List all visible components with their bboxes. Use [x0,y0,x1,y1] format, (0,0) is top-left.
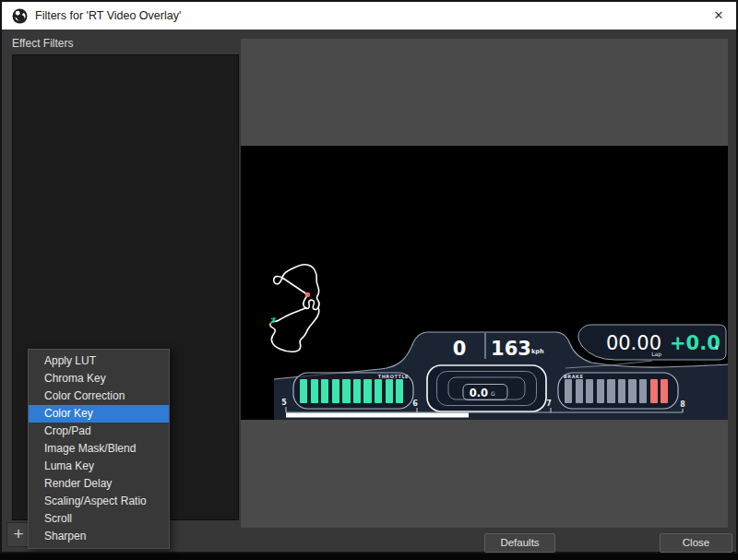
throttle-bar-segment [353,379,361,403]
throttle-bar-segment [375,379,382,403]
close-icon[interactable]: ✕ [707,2,731,30]
brake-bars [565,379,668,403]
menu-item-color-correction[interactable]: Color Correction [29,387,169,405]
close-button[interactable]: Close [660,533,732,553]
brake-bar-segment [628,379,636,403]
menu-item-scaling-aspect-ratio[interactable]: Scaling/Aspect Ratio [29,493,169,510]
gforce-value: 0.0 [470,387,488,399]
throttle-bar-segment [300,379,307,403]
brake-bar-segment [597,379,604,403]
menu-item-luma-key[interactable]: Luma Key [29,458,169,475]
throttle-bars [300,379,403,403]
brake-bar-segment [607,379,614,403]
brake-bar-segment [586,379,593,403]
delta-unit: s [715,344,719,351]
effect-filters-header: Effect Filters [12,37,73,50]
throttle-bar-segment [342,379,350,403]
lap-label: Lap [651,351,661,358]
menu-item-crop-pad[interactable]: Crop/Pad [29,423,169,440]
filters-dialog: Filters for 'RT Video Overlay' ✕ Effect … [0,0,738,554]
throttle-bar-segment [332,379,339,403]
obs-logo-icon [12,8,28,24]
menu-item-scroll[interactable]: Scroll [29,510,169,528]
menu-item-apply-lut[interactable]: Apply LUT [29,352,169,370]
playback-progress-bar [286,413,469,418]
throttle-bar-segment [386,379,393,403]
throttle-bar-segment [396,379,403,403]
ruler-mark-5: 5 [281,399,287,407]
brake-bar-segment [618,379,625,403]
ruler-mark-6: 6 [412,399,418,408]
brake-bar-segment [565,379,572,403]
throttle-bar-segment [311,379,318,403]
brake-bar-segment [661,379,668,403]
titlebar: Filters for 'RT Video Overlay' ✕ [2,2,736,30]
ruler-mark-7: 7 [546,399,552,408]
preview-panel: 0 163 kph 00.00 Lap +0.0 s 0.0 G THROTTL… [241,39,728,528]
gear-value: 0 [453,338,467,360]
video-preview: 0 163 kph 00.00 Lap +0.0 s 0.0 G THROTTL… [241,146,728,420]
speed-value: 163 [491,338,531,360]
menu-item-color-key[interactable]: Color Key [29,405,169,423]
brake-bar-segment [576,379,583,403]
delta-value: +0.0 [670,332,720,354]
speed-unit: kph [531,348,544,355]
throttle-bar-segment [363,379,371,403]
menu-item-render-delay[interactable]: Render Delay [29,475,169,493]
menu-item-chroma-key[interactable]: Chroma Key [29,370,169,387]
add-filter-menu: Apply LUTChroma KeyColor CorrectionColor… [28,349,170,549]
brake-bar-segment [639,379,647,403]
menu-item-sharpen[interactable]: Sharpen [29,528,169,545]
throttle-bar-segment [321,379,328,403]
brake-bar-segment [650,379,658,403]
menu-item-image-mask-blend[interactable]: Image Mask/Blend [29,440,169,458]
gforce-unit: G [491,390,495,397]
defaults-button[interactable]: Defaults [484,533,555,553]
window-title: Filters for 'RT Video Overlay' [35,2,181,30]
screen-bottom-strip [0,554,738,560]
ruler-mark-8: 8 [680,400,685,409]
screen: Filters for 'RT Video Overlay' ✕ Effect … [0,0,738,560]
